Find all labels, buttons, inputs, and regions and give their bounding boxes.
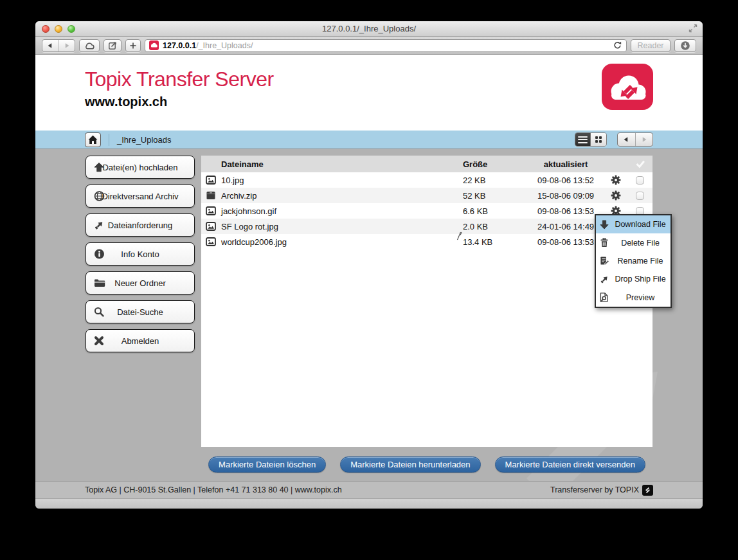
file-name[interactable]: 10.jpg [221, 176, 463, 185]
file-name[interactable]: SF Logo rot.jpg [221, 222, 463, 231]
file-row[interactable]: SF Logo rot.jpg 2.0 KB 24-01-06 14:49 [201, 219, 652, 234]
forward-button[interactable] [59, 40, 75, 51]
row-checkbox[interactable] [636, 176, 644, 185]
new-folder-icon [94, 278, 105, 288]
next-page-button[interactable] [636, 133, 653, 146]
globe-icon [94, 191, 105, 202]
window-titlebar[interactable]: 127.0.0.1/_Ihre_Uploads/ [35, 21, 703, 37]
current-folder: _Ihre_Uploads [117, 135, 172, 145]
menu-item-label: Drop Ship File [613, 275, 670, 284]
file-size: 2.0 KB [463, 222, 521, 231]
menu-item-label: Preview [613, 293, 670, 302]
sidebar-button-abmelden[interactable]: Abmelden [86, 329, 195, 352]
download-circle-icon [680, 41, 690, 51]
menu-item-download-file[interactable]: Download File [596, 215, 670, 233]
menu-item-drop-ship-file[interactable]: Drop Ship File [596, 270, 670, 288]
image-file-icon [206, 237, 216, 246]
window-bottom-edge [35, 498, 703, 509]
cloud-icon [84, 41, 95, 50]
browser-toolbar: 127.0.0.1 /_Ihre_Uploads/ Reader [35, 37, 703, 55]
send-marked-button[interactable]: Markierte Dateien direkt versenden [495, 456, 645, 473]
site-favicon [149, 41, 159, 50]
sidebar-button-dateianforderung[interactable]: Dateianforderung [86, 213, 195, 237]
share-icon [107, 41, 118, 51]
select-all-check-icon[interactable] [635, 159, 645, 168]
plus-icon [129, 41, 138, 50]
fullscreen-icon[interactable] [688, 24, 698, 33]
url-host: 127.0.0.1 [163, 41, 196, 50]
file-name[interactable]: worldcup2006.jpg [221, 237, 463, 247]
pager [617, 132, 653, 147]
window-title: 127.0.0.1/_Ihre_Uploads/ [35, 24, 703, 33]
download-icon [600, 220, 609, 230]
file-row[interactable]: 10.jpg 22 KB 09-08-06 13:52 [201, 172, 652, 188]
new-tab-button[interactable] [125, 39, 141, 52]
table-header: Dateiname Größe aktualisiert [201, 156, 652, 172]
file-size: 52 KB [463, 191, 521, 201]
footer-contact: Topix AG | CH-9015 St.Gallen | Telefon +… [85, 485, 342, 494]
view-toggle [575, 132, 607, 147]
sidebar-button-neuer-ordner[interactable]: Neuer Ordner [86, 271, 195, 294]
info-icon [94, 249, 105, 260]
mouse-cursor [456, 231, 462, 241]
sidebar-button-datei-suche[interactable]: Datei-Suche [86, 300, 195, 323]
image-file-icon [206, 222, 216, 231]
menu-item-preview[interactable]: Preview [596, 289, 670, 307]
site-header: Topix Transfer Server www.topix.ch [35, 55, 703, 131]
logout-icon [94, 336, 104, 346]
downloads-button[interactable] [674, 39, 696, 52]
grid-view-button[interactable] [591, 133, 606, 146]
file-row[interactable]: worldcup2006.jpg 13.4 KB 09-08-06 13:53 [201, 234, 652, 249]
home-icon [88, 135, 98, 145]
row-checkbox[interactable] [636, 192, 644, 200]
sidebar-button-direktversand[interactable]: Direktversand Archiv [86, 185, 195, 208]
bulk-actions: Markierte Dateien löschen Markierte Date… [201, 456, 652, 473]
column-aktualisiert[interactable]: aktualisiert [521, 159, 611, 169]
prev-page-button[interactable] [618, 133, 636, 146]
drop-ship-icon [600, 275, 609, 284]
row-actions-gear-icon[interactable] [611, 190, 621, 201]
file-size: 22 KB [463, 176, 521, 185]
sidebar-button-upload[interactable]: Datei(en) hochladen [86, 156, 195, 179]
desktop-background: 127.0.0.1/_Ihre_Uploads/ [0, 0, 738, 560]
menu-item-rename-file[interactable]: Rename File [596, 252, 670, 270]
reader-button[interactable]: Reader [631, 39, 670, 52]
list-view-button[interactable] [575, 133, 591, 146]
reload-icon[interactable] [613, 41, 622, 50]
image-file-icon [206, 206, 216, 215]
column-dateiname[interactable]: Dateiname [221, 159, 463, 169]
address-bar[interactable]: 127.0.0.1 /_Ihre_Uploads/ [145, 39, 627, 52]
file-name[interactable]: jackjohnson.gif [221, 206, 463, 216]
footer: Topix AG | CH-9015 St.Gallen | Telefon +… [35, 481, 703, 498]
footer-credit: Transferserver by TOPIX [550, 485, 639, 494]
back-button[interactable] [42, 40, 59, 51]
history-nav-group [42, 39, 75, 52]
share-button[interactable] [104, 39, 122, 52]
preview-icon [600, 293, 609, 302]
prev-icon [622, 136, 630, 143]
column-groesse[interactable]: Größe [463, 159, 521, 169]
delete-marked-button[interactable]: Markierte Dateien löschen [208, 456, 326, 473]
home-button[interactable] [85, 132, 101, 147]
icloud-tabs-button[interactable] [79, 39, 100, 52]
file-list-panel: Dateiname Größe aktualisiert [201, 156, 652, 447]
download-marked-button[interactable]: Markierte Dateien herunterladen [340, 456, 480, 473]
forward-icon [63, 42, 71, 50]
context-menu: Download File Delete File [595, 214, 672, 308]
path-divider [109, 134, 109, 146]
row-actions-gear-icon[interactable] [611, 175, 621, 185]
menu-item-label: Download File [613, 220, 670, 229]
drop-ship-icon [94, 220, 105, 231]
menu-item-label: Rename File [613, 257, 670, 266]
file-row[interactable]: jackjohnson.gif 6.6 KB 09-08-06 13:53 [201, 203, 652, 219]
topix-mini-logo [642, 485, 653, 496]
next-icon [640, 136, 648, 143]
sidebar-button-info-konto[interactable]: Info Konto [86, 242, 195, 266]
file-row[interactable]: Archiv.zip 52 KB 15-08-06 09:09 [201, 188, 652, 203]
menu-item-delete-file[interactable]: Delete File [596, 233, 670, 251]
path-bar: _Ihre_Uploads [35, 131, 703, 149]
rename-icon [600, 256, 609, 266]
topix-logo [602, 64, 653, 110]
back-icon [46, 42, 54, 50]
file-name[interactable]: Archiv.zip [221, 191, 463, 201]
